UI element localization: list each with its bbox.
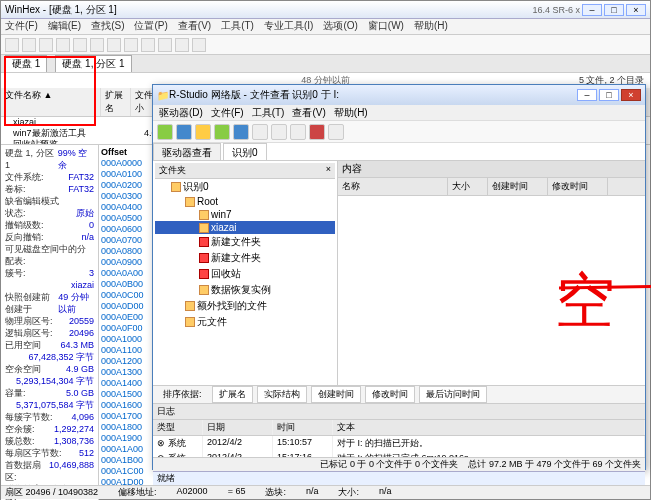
tool-hex-icon[interactable] [175,38,189,52]
lh-text[interactable]: 文本 [333,420,645,435]
tool-print-icon[interactable] [39,38,53,52]
rstudio-statusbar2: 就绪 [153,471,645,485]
tree-node[interactable]: 新建文件夹 [155,234,335,250]
rs-menu-file[interactable]: 文件(F) [211,106,244,120]
rs-tool-refresh-icon[interactable] [157,124,173,140]
tree-node[interactable]: 新建文件夹 [155,250,335,266]
ch-created[interactable]: 创建时间 [488,178,548,195]
rstudio-window: 📁 R-Studio 网络版 - 文件查看 识别0 于 I: – □ × 驱动器… [152,84,646,470]
winhex-menubar: 文件(F) 编辑(E) 查找(S) 位置(P) 查看(V) 工具(T) 专业工具… [1,19,650,35]
rs-stat-marked: 已标记 0 于 0 个文件于 0 个文件夹 [320,458,458,471]
menu-options[interactable]: 选项(O) [323,19,357,34]
winhex-title: WinHex - [硬盘 1, 分区 1] [5,3,117,17]
rs-menu-view[interactable]: 查看(V) [292,106,325,120]
info-row: 状态:原始 [3,207,96,219]
rs-menu-help[interactable]: 帮助(H) [334,106,368,120]
rs-tool-scan-icon[interactable] [195,124,211,140]
rs-min-button[interactable]: – [577,89,597,101]
tree-node[interactable]: 数据恢复实例 [155,282,335,298]
tool-goto-icon[interactable] [73,38,87,52]
info-row: 卷标:FAT32 [3,183,96,195]
tool-fwd-icon[interactable] [107,38,121,52]
ch-name[interactable]: 名称 [338,178,448,195]
folder-icon [199,237,209,247]
rs-tool-stop-icon[interactable] [309,124,325,140]
tab-partition1[interactable]: 硬盘 1, 分区 1 [55,55,131,72]
rs-max-button[interactable]: □ [599,89,619,101]
tool-save-icon[interactable] [22,38,36,52]
tool-copy-icon[interactable] [124,38,138,52]
info-row: 缺省编辑模式 [3,195,96,207]
winhex-titlebar[interactable]: WinHex - [硬盘 1, 分区 1] 16.4 SR-6 x – □ × [1,1,650,19]
min-button[interactable]: – [582,4,602,16]
log-row[interactable]: ⊗ 系统2012/4/215:17:16对于 I: 的扫描已完成 6m:19.0… [153,451,645,457]
rs-close-button[interactable]: × [621,89,641,101]
tool-calc-icon[interactable] [158,38,172,52]
tree-node[interactable]: 额外找到的文件 [155,298,335,314]
menu-file[interactable]: 文件(F) [5,19,38,34]
col-ext[interactable]: 扩展名 [101,88,131,116]
tree-close-icon[interactable]: × [326,164,331,177]
tree-node[interactable]: win7 [155,208,335,221]
sort-modified[interactable]: 修改时间 [365,386,415,403]
folder-icon [171,182,181,192]
sort-created[interactable]: 创建时间 [311,386,361,403]
ch-modified[interactable]: 修改时间 [548,178,608,195]
sort-struct[interactable]: 实际结构 [257,386,307,403]
lh-date[interactable]: 日期 [203,420,273,435]
info-row: 快照创建前创建于49 分钟以前 [3,291,96,315]
info-row: 文件系统:FAT32 [3,171,96,183]
rs-tool-preview-icon[interactable] [290,124,306,140]
tool-find-icon[interactable] [56,38,70,52]
info-row: 反向撤销:n/a [3,231,96,243]
rs-tool-recover-icon[interactable] [214,124,230,140]
tool-opts-icon[interactable] [192,38,206,52]
rs-tool-open-icon[interactable] [176,124,192,140]
close-button[interactable]: × [626,4,646,16]
rs-tab-driveview[interactable]: 驱动器查看 [153,143,221,160]
tree-node[interactable]: 元文件 [155,314,335,330]
tool-paste-icon[interactable] [141,38,155,52]
col-name[interactable]: 文件名称 ▲ [1,88,101,116]
info-row: 已用空间64.3 MB [3,339,96,351]
menu-window[interactable]: 窗口(W) [368,19,404,34]
tree-node[interactable]: Root [155,195,335,208]
sort-ext[interactable]: 扩展名 [212,386,253,403]
max-button[interactable]: □ [604,4,624,16]
tree-node[interactable]: xiazai [155,221,335,234]
tool-back-icon[interactable] [90,38,104,52]
menu-search[interactable]: 查找(S) [91,19,124,34]
rs-menu-drive[interactable]: 驱动器(D) [159,106,203,120]
menu-edit[interactable]: 编辑(E) [48,19,81,34]
rs-tool-options-icon[interactable] [328,124,344,140]
status-sector: 扇区 20496 / 10490382 [5,486,98,499]
status-offset-label: 偏移地址: [118,486,157,499]
rs-tab-recognize[interactable]: 识别0 [223,143,267,160]
rs-tool-up-icon[interactable] [271,124,287,140]
lh-type[interactable]: 类型 [153,420,203,435]
lh-time[interactable]: 时间 [273,420,333,435]
log-header: 类型 日期 时间 文本 [153,420,645,436]
rstudio-titlebar[interactable]: 📁 R-Studio 网络版 - 文件查看 识别0 于 I: – □ × [153,85,645,105]
tool-open-icon[interactable] [5,38,19,52]
status-size-label: 大小: [338,486,359,499]
rstudio-menubar: 驱动器(D) 文件(F) 工具(T) 查看(V) 帮助(H) [153,105,645,121]
rs-tool-find-icon[interactable] [233,124,249,140]
rs-tool-mask-icon[interactable] [252,124,268,140]
folder-icon [199,269,209,279]
sort-accessed[interactable]: 最后访问时间 [419,386,487,403]
menu-pro[interactable]: 专业工具(I) [264,19,313,34]
rs-menu-tools[interactable]: 工具(T) [252,106,285,120]
log-row[interactable]: ⊗ 系统2012/4/215:10:57对于 I: 的扫描已开始。 [153,436,645,451]
tree-node[interactable]: 回收站 [155,266,335,282]
info-row: 67,428,352 字节 [3,351,96,363]
menu-view[interactable]: 查看(V) [178,19,211,34]
tree-header: 文件夹 × [155,163,335,179]
menu-tools[interactable]: 工具(T) [221,19,254,34]
menu-help[interactable]: 帮助(H) [414,19,448,34]
tree-node[interactable]: 识别0 [155,179,335,195]
tab-disk1[interactable]: 硬盘 1 [5,55,47,72]
menu-position[interactable]: 位置(P) [134,19,167,34]
ch-size[interactable]: 大小 [448,178,488,195]
folder-icon [185,301,195,311]
